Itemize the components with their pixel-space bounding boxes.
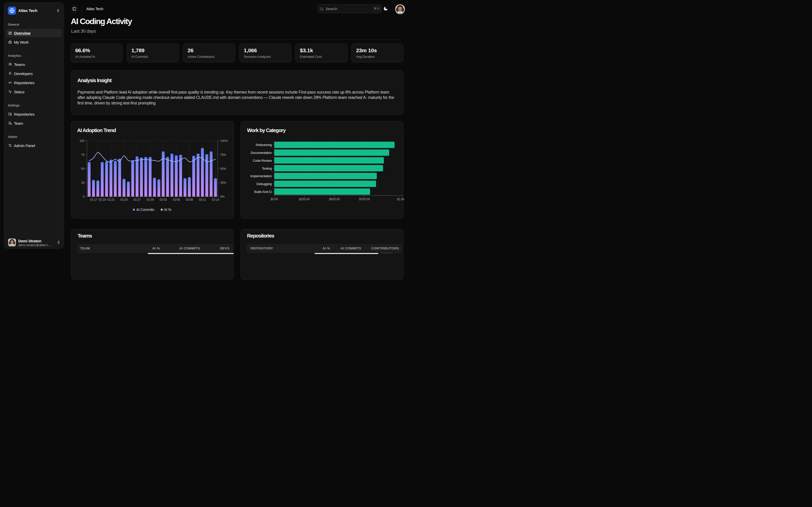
svg-text:100%: 100% [220,139,228,143]
svg-text:01-30: 01-30 [147,198,154,202]
svg-text:02-08: 02-08 [186,198,193,202]
svg-text:01-19: 01-19 [99,198,106,202]
svg-text:AI Commits: AI Commits [136,208,154,212]
svg-text:01-21: 01-21 [107,198,115,202]
svg-text:AI %: AI % [164,208,171,212]
svg-text:01-17: 01-17 [90,198,97,202]
svg-text:02-11: 02-11 [199,198,206,202]
svg-text:02-05: 02-05 [173,198,180,202]
svg-text:25%: 25% [220,181,226,184]
svg-text:0: 0 [83,195,85,199]
svg-text:Debugging: Debugging [257,182,272,186]
svg-text:Build-And-Ci: Build-And-Ci [254,190,272,194]
svg-text:Implementation: Implementation [250,174,272,178]
svg-text:50%: 50% [220,167,226,171]
svg-text:Code-Review: Code-Review [253,159,272,163]
svg-text:01-24: 01-24 [120,198,128,202]
svg-text:$1.0k: $1.0k [397,198,404,201]
svg-text:0%: 0% [220,195,225,199]
svg-text:100: 100 [80,139,85,143]
svg-text:50: 50 [81,167,85,171]
svg-text:75: 75 [81,153,85,157]
svg-text:75%: 75% [220,153,226,157]
svg-text:02-14: 02-14 [212,198,219,202]
svg-text:$0.00: $0.00 [270,198,278,201]
svg-text:Testing: Testing [262,167,272,170]
svg-text:Refactoring: Refactoring [256,143,272,147]
svg-text:$500.00: $500.00 [329,198,340,201]
svg-text:$250.00: $250.00 [299,198,310,201]
svg-text:02-02: 02-02 [160,198,167,202]
svg-text:$750.00: $750.00 [359,198,370,201]
svg-text:01-27: 01-27 [134,198,141,202]
svg-text:Documentation: Documentation [250,151,272,155]
svg-text:25: 25 [81,181,85,184]
